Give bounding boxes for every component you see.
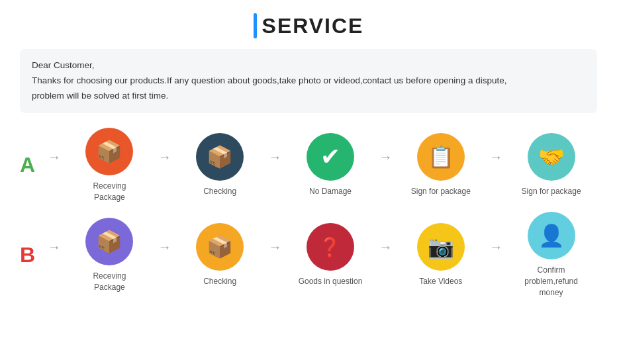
arrow-a0: → xyxy=(48,150,61,181)
arrow-b3: → xyxy=(379,240,392,271)
step-b-1-label: Receving Package xyxy=(76,271,142,293)
arrow-a2: → xyxy=(269,150,282,181)
step-a-3-icon: ✔ xyxy=(307,133,354,181)
step-b-4-label: Take Videos xyxy=(419,276,462,287)
step-a-5-label: Sign for package xyxy=(522,186,581,197)
step-b-4-icon: 📷 xyxy=(417,223,465,271)
notice-box: Dear Customer, Thanks for choosing our p… xyxy=(20,49,597,113)
step-b-2: 📦 Checking xyxy=(174,223,266,287)
notice-line3: problem will be solved at first time. xyxy=(32,89,585,104)
title-row: SERVICE xyxy=(254,13,364,38)
arrow-a1: → xyxy=(158,150,171,181)
title-accent-bar xyxy=(254,13,257,38)
arrow-b0: → xyxy=(48,240,61,271)
arrow-b4: → xyxy=(489,240,502,271)
step-b-2-icon: 📦 xyxy=(196,223,244,271)
step-a-1-icon: 📦 xyxy=(85,128,133,175)
step-a-4-label: Sign for package xyxy=(411,186,471,197)
page-title: SERVICE xyxy=(262,14,364,38)
step-b-5: 👤 Confirm problem,refund money xyxy=(505,212,597,298)
arrow-a4: → xyxy=(489,150,502,181)
flow-row-b: B → 📦 Receving Package → 📦 Checking → ❓ … xyxy=(20,212,597,298)
notice-line2: Thanks for choosing our products.If any … xyxy=(32,73,585,89)
arrow-a3: → xyxy=(379,150,392,181)
step-b-1: 📦 Receving Package xyxy=(64,218,156,293)
flow-section: A → 📦 Receving Package → 📦 Checking → ✔ … xyxy=(20,128,597,298)
step-a-4: 📋 Sign for package xyxy=(395,133,487,197)
step-b-5-icon: 👤 xyxy=(528,212,575,259)
arrow-b1: → xyxy=(158,240,171,271)
step-a-5: 🤝 Sign for package xyxy=(505,133,597,197)
step-a-3-label: No Damage xyxy=(309,186,352,197)
step-a-1-label: Receving Package xyxy=(76,181,142,203)
notice-line1: Dear Customer, xyxy=(32,58,585,73)
step-b-1-icon: 📦 xyxy=(85,218,133,265)
step-b-5-label: Confirm problem,refund money xyxy=(518,265,585,298)
step-a-1: 📦 Receving Package xyxy=(64,128,156,203)
step-b-4: 📷 Take Videos xyxy=(395,223,487,287)
step-b-3-icon: ❓ xyxy=(307,223,354,271)
step-a-4-icon: 📋 xyxy=(417,133,465,181)
letter-b: B xyxy=(20,243,45,267)
step-b-3: ❓ Goods in question xyxy=(285,223,377,287)
step-a-3: ✔ No Damage xyxy=(285,133,377,197)
flow-row-a: A → 📦 Receving Package → 📦 Checking → ✔ … xyxy=(20,128,597,203)
step-a-2: 📦 Checking xyxy=(174,133,266,197)
step-b-3-label: Goods in question xyxy=(299,276,363,287)
letter-a: A xyxy=(20,153,45,177)
arrow-b2: → xyxy=(269,240,282,271)
step-b-2-label: Checking xyxy=(203,276,236,287)
step-a-2-icon: 📦 xyxy=(196,133,244,181)
step-a-2-label: Checking xyxy=(203,186,236,197)
step-a-5-icon: 🤝 xyxy=(528,133,575,181)
